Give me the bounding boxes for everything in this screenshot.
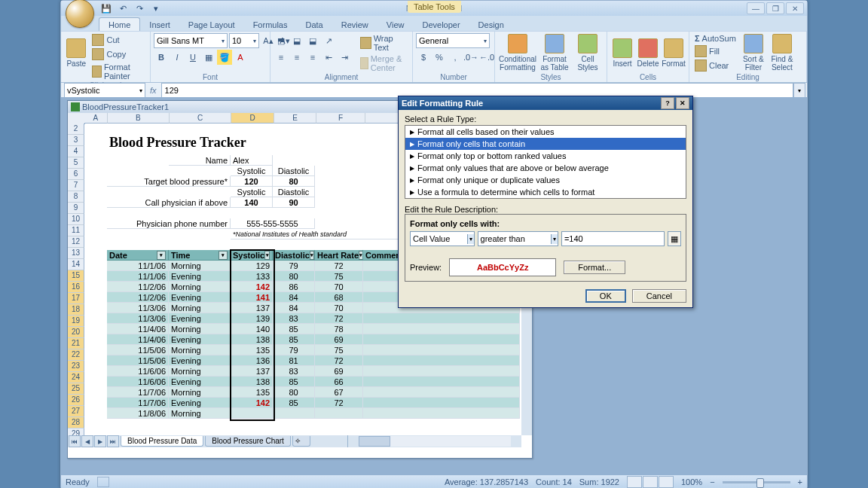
systolic-cell[interactable]: 136 [231,355,273,366]
normal-view-icon[interactable] [627,476,642,488]
date-cell[interactable]: 11/4/06 [107,324,169,334]
date-cell[interactable]: 11/8/06 [107,408,169,419]
wrap-text-button[interactable]: Wrap Text [358,33,409,53]
row-header[interactable]: 11 [68,225,84,236]
font-size-combo[interactable]: 10▾ [229,33,259,48]
time-cell[interactable]: Evening [169,398,231,408]
bold-button[interactable]: B [154,50,169,65]
align-middle-icon[interactable]: ⬓ [289,33,304,48]
clear-button[interactable]: Clear [692,59,738,72]
systolic-cell[interactable] [231,408,273,419]
row-header[interactable]: 22 [68,349,84,361]
tab-home[interactable]: Home [99,17,140,31]
conditional-formatting-button[interactable]: Conditional Formatting [498,33,537,72]
date-cell[interactable]: 11/6/06 [107,377,169,387]
indent-dec-icon[interactable]: ⇤ [321,50,336,65]
row-header[interactable]: 29 [68,429,84,435]
qat-customize-icon[interactable]: ▾ [148,2,164,15]
systolic-cell[interactable]: 142 [231,282,273,292]
cell-styles-button[interactable]: Cell Styles [572,33,604,72]
row-headers[interactable]: 2345678910111213141516171819202122232425… [68,124,84,435]
heartrate-cell[interactable]: 69 [315,334,363,345]
value-input[interactable]: =140 [561,231,665,246]
row-header[interactable]: 14 [68,259,84,270]
table-header-date[interactable]: Date▾ [107,250,169,261]
format-painter-button[interactable]: Format Painter [90,62,147,81]
systolic-cell[interactable]: 139 [231,313,273,324]
operator-combo[interactable]: greater than▾ [478,231,558,246]
diastolic-cell[interactable]: 85 [273,377,315,387]
date-cell[interactable]: 11/7/06 [107,398,169,408]
cancel-button[interactable]: Cancel [632,289,686,303]
table-header-systolic[interactable]: Systolic▾ [231,250,273,261]
rule-type-item[interactable]: ▶Format only unique or duplicate values [405,174,686,186]
time-cell[interactable]: Evening [169,271,231,282]
insert-cells-button[interactable]: Insert [610,33,634,72]
tab-developer[interactable]: Developer [413,18,469,31]
row-header[interactable]: 25 [68,383,84,395]
comments-cell[interactable] [363,324,520,334]
font-name-combo[interactable]: Gill Sans MT▾ [154,33,228,48]
row-header[interactable]: 18 [68,304,84,316]
sheet-nav-next-icon[interactable]: ▶ [94,435,106,447]
diastolic-cell[interactable]: 79 [273,345,315,355]
time-cell[interactable]: Morning [169,387,231,398]
rule-type-item[interactable]: ▶Format only top or bottom ranked values [405,150,686,162]
cut-button[interactable]: Cut [90,33,147,47]
comments-cell[interactable] [363,408,520,419]
systolic-cell[interactable]: 135 [231,387,273,398]
name-box[interactable]: vSystolic▾ [64,83,145,98]
heartrate-cell[interactable]: 72 [315,398,363,408]
time-cell[interactable]: Morning [169,366,231,377]
align-top-icon[interactable]: ⬒ [274,33,289,48]
systolic-cell[interactable]: 141 [231,292,273,303]
diastolic-cell[interactable] [273,408,315,419]
row-header[interactable]: 23 [68,361,84,372]
col-header-A[interactable]: A [84,113,108,124]
rule-type-item[interactable]: ▶Format only cells that contain [405,138,686,150]
row-header[interactable]: 7 [68,180,84,191]
row-header[interactable]: 5 [68,157,84,169]
restore-button[interactable]: ❐ [766,2,784,14]
criteria-type-combo[interactable]: Cell Value▾ [410,231,475,246]
time-cell[interactable]: Evening [169,313,231,324]
call-diastolic[interactable]: 90 [273,197,315,208]
close-button[interactable]: ✕ [786,2,804,14]
dialog-titlebar[interactable]: Edit Formatting Rule ? ✕ [399,96,692,110]
time-cell[interactable]: Evening [169,334,231,345]
diastolic-cell[interactable]: 85 [273,398,315,408]
date-cell[interactable]: 11/5/06 [107,345,169,355]
systolic-cell[interactable]: 140 [231,324,273,334]
select-all-corner[interactable] [68,113,85,124]
time-cell[interactable]: Evening [169,292,231,303]
tab-insert[interactable]: Insert [140,18,179,31]
systolic-cell[interactable]: 135 [231,345,273,355]
heartrate-cell[interactable]: 72 [315,355,363,366]
number-format-combo[interactable]: General▾ [416,33,490,48]
dialog-help-icon[interactable]: ? [661,97,674,109]
systolic-cell[interactable]: 138 [231,377,273,387]
zoom-in-icon[interactable]: + [798,477,802,486]
delete-cells-button[interactable]: Delete [636,33,660,72]
time-cell[interactable]: Morning [169,303,231,313]
row-header[interactable]: 2 [68,124,84,135]
row-header[interactable]: 19 [68,316,84,327]
zoom-slider[interactable] [723,481,790,483]
heartrate-cell[interactable]: 70 [315,303,363,313]
date-cell[interactable]: 11/7/06 [107,387,169,398]
time-cell[interactable]: Morning [169,261,231,271]
row-header[interactable]: 27 [68,406,84,417]
align-right-icon[interactable]: ≡ [305,50,320,65]
format-cells-button[interactable]: Format [662,33,686,72]
phone-label[interactable]: Physician phone number [107,218,231,229]
filter-icon[interactable]: ▾ [310,251,314,260]
comma-icon[interactable]: , [448,50,463,65]
sort-filter-button[interactable]: Sort & Filter [740,33,767,72]
phone-value[interactable]: 555-555-5555 [231,218,315,229]
systolic-cell[interactable]: 142 [231,398,273,408]
date-cell[interactable]: 11/3/06 [107,313,169,324]
col-header-F[interactable]: F [316,113,365,124]
heartrate-cell[interactable]: 75 [315,345,363,355]
row-header[interactable]: 26 [68,395,84,406]
fx-icon[interactable]: fx [150,86,157,95]
